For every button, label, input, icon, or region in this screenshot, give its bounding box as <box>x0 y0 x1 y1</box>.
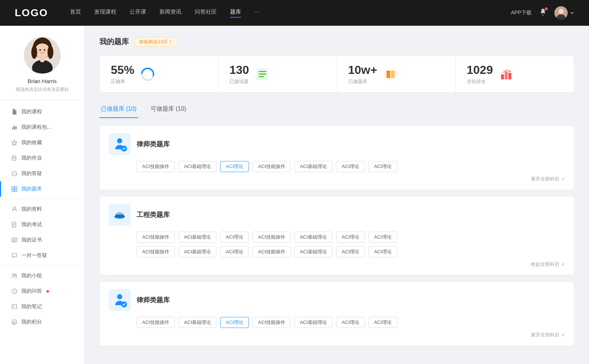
expand-link-3[interactable]: 展开全部科目 ∨ <box>109 332 565 338</box>
quiz-card-header-3: 律师类题库 <box>109 289 565 311</box>
tag-3-5[interactable]: ACI理论 <box>336 317 365 328</box>
tag-1-2[interactable]: ACI理论 <box>220 161 249 172</box>
divider-2 <box>0 265 84 266</box>
svg-rect-32 <box>12 238 17 242</box>
sidebar-item-favorites[interactable]: 我的收藏 <box>0 135 84 150</box>
svg-point-45 <box>145 71 151 77</box>
tags-row-3: ACI技能操作 ACI基础理论 ACI理论 ACI技能操作 ACI基础理论 AC… <box>109 317 565 328</box>
sidebar-item-exam[interactable]: 我的考试 <box>0 217 84 232</box>
svg-text:积: 积 <box>13 321 16 324</box>
sidebar-item-profile[interactable]: 我的资料 <box>0 201 84 217</box>
tag-3-0[interactable]: ACI技能操作 <box>137 317 175 328</box>
quiz-card-lawyer-1: 律师类题库 ACI技能操作 ACI基础理论 ACI理论 ACI技能操作 ACI基… <box>99 125 574 190</box>
notification-dot <box>545 7 548 10</box>
sidebar-label-exam: 我的考试 <box>21 221 42 228</box>
tag-2b-0[interactable]: ACI技能操作 <box>137 246 175 257</box>
myqa-red-dot <box>46 290 49 293</box>
lawyer-icon-box-2 <box>109 289 131 311</box>
sidebar-item-homework[interactable]: 我的作业 <box>0 150 84 166</box>
page-header: 我的题库 体验剩余23天！ <box>99 37 574 47</box>
tag-1-3[interactable]: ACI技能操作 <box>253 161 291 172</box>
tag-2a-4[interactable]: ACI基础理论 <box>294 232 333 243</box>
tag-2a-6[interactable]: ACI理论 <box>368 232 397 243</box>
tag-3-4[interactable]: ACI基础理论 <box>294 317 333 328</box>
tag-2a-5[interactable]: ACI理论 <box>336 232 365 243</box>
nav-qa[interactable]: 问答社区 <box>195 8 217 18</box>
profile-name: Brian Harris <box>7 78 77 84</box>
sidebar-label-quizbank: 我的题库 <box>21 186 42 192</box>
sidebar: Brian Harris 错误的决定比没有决定要好 我的课程 我的课程包... <box>0 26 85 364</box>
notification-bell[interactable] <box>539 8 547 18</box>
nav-home[interactable]: 首页 <box>70 8 81 18</box>
chat-icon <box>11 252 18 259</box>
tag-2b-2[interactable]: ACI理论 <box>220 246 249 257</box>
sidebar-item-coursepack[interactable]: 我的课程包... <box>0 119 84 135</box>
tab-available[interactable]: 可做题库 (10) <box>149 101 188 118</box>
tag-2b-5[interactable]: ACI理论 <box>336 246 365 257</box>
quiz-title-1: 律师类题库 <box>137 140 170 149</box>
svg-rect-18 <box>12 156 16 160</box>
profile-avatar <box>24 37 61 74</box>
tag-3-1[interactable]: ACI基础理论 <box>179 317 217 328</box>
quiz-card-header-2: 工程类题库 <box>109 204 565 226</box>
tag-1-6[interactable]: ACI理论 <box>368 161 397 172</box>
nav-news[interactable]: 新闻资讯 <box>159 8 181 18</box>
svg-point-10 <box>39 49 41 51</box>
sidebar-item-1on1[interactable]: 一对一答疑 <box>0 248 84 263</box>
pie-chart-icon <box>140 67 155 82</box>
tag-3-3[interactable]: ACI技能操作 <box>253 317 291 328</box>
stat-banks-label: 已做题库 <box>348 78 377 85</box>
sidebar-item-quizbank[interactable]: 我的题库 <box>0 181 84 197</box>
sidebar-item-course[interactable]: 我的课程 <box>0 104 84 119</box>
app-download-link[interactable]: APP下载 <box>511 10 532 16</box>
nav-more[interactable]: ··· <box>254 8 259 18</box>
sidebar-label-profile: 我的资料 <box>21 206 42 213</box>
tag-2b-4[interactable]: ACI基础理论 <box>294 246 333 257</box>
tag-2b-6[interactable]: ACI理论 <box>368 246 397 257</box>
nav-discover[interactable]: 发现课程 <box>94 8 116 18</box>
tag-1-0[interactable]: ACI技能操作 <box>137 161 175 172</box>
nav-quizbank[interactable]: 题库 <box>230 8 241 18</box>
navbar-right: APP下载 <box>511 6 574 19</box>
sidebar-item-points[interactable]: 积 我的积分 <box>0 314 84 330</box>
tag-2a-1[interactable]: ACI基础理论 <box>179 232 217 243</box>
tag-2b-3[interactable]: ACI技能操作 <box>253 246 291 257</box>
tag-2a-2[interactable]: ACI理论 <box>220 232 249 243</box>
question-circle-icon: ? <box>11 170 18 177</box>
sidebar-label-myqa: 我的问答 <box>21 288 42 295</box>
svg-point-35 <box>15 274 17 275</box>
svg-point-33 <box>14 239 15 241</box>
stat-rank-label: 全站排名 <box>467 78 493 85</box>
expand-link-2[interactable]: 收起全部科目 ∧ <box>109 261 565 268</box>
tag-2a-3[interactable]: ACI技能操作 <box>253 232 291 243</box>
profile-motto: 错误的决定比没有决定要好 <box>7 86 77 93</box>
nav-opencourse[interactable]: 公开课 <box>130 8 146 18</box>
svg-rect-55 <box>508 73 511 79</box>
tag-2a-0[interactable]: ACI技能操作 <box>137 232 175 243</box>
points-icon: 积 <box>11 319 18 325</box>
group-icon <box>11 272 18 279</box>
svg-point-57 <box>117 138 122 143</box>
sidebar-item-notes[interactable]: 我的笔记 <box>0 299 84 314</box>
expand-link-1[interactable]: 展开全部科目 ∨ <box>109 176 565 182</box>
svg-text:?: ? <box>13 290 15 293</box>
cert-icon <box>11 237 18 243</box>
profile-section: Brian Harris 错误的决定比没有决定要好 <box>0 37 84 100</box>
tab-done[interactable]: 已做题库 (10) <box>99 101 138 118</box>
tag-3-2[interactable]: ACI理论 <box>220 317 249 328</box>
tag-1-5[interactable]: ACI理论 <box>336 161 365 172</box>
sidebar-item-qa[interactable]: ? 我的答疑 <box>0 166 84 181</box>
svg-rect-53 <box>501 74 504 79</box>
sidebar-item-cert[interactable]: 我的证书 <box>0 232 84 248</box>
stat-accuracy-value: 55% <box>111 63 134 77</box>
tag-2b-1[interactable]: ACI基础理论 <box>179 246 217 257</box>
sidebar-item-group[interactable]: 我的小组 <box>0 268 84 283</box>
quiz-title-3: 律师类题库 <box>137 296 170 304</box>
tag-3-6[interactable]: ACI理论 <box>368 317 397 328</box>
stat-rank-value: 1029 <box>467 63 493 77</box>
sidebar-item-myqa[interactable]: ? 我的问答 <box>0 283 84 299</box>
user-avatar-nav[interactable] <box>554 6 574 19</box>
lawyer-icon-2 <box>112 292 128 308</box>
tag-1-4[interactable]: ACI基础理论 <box>294 161 333 172</box>
tag-1-1[interactable]: ACI基础理论 <box>179 161 217 172</box>
